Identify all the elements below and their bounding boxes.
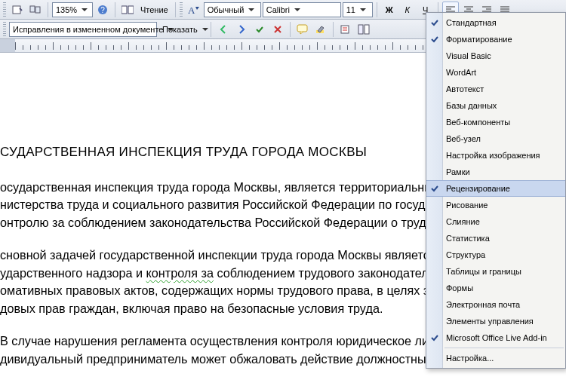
toolbar-grip-3[interactable] xyxy=(3,22,6,37)
menu-item[interactable]: Элементы управления xyxy=(426,313,565,329)
font-combo[interactable]: Calibri xyxy=(263,2,341,17)
track-changes-view-value: Исправления в измененном документе xyxy=(13,25,163,34)
menu-item-label: Рисование xyxy=(446,201,488,210)
reviewing-pane-button[interactable] xyxy=(355,21,372,38)
svg-rect-8 xyxy=(297,25,307,32)
menu-item-label: Статистика xyxy=(446,234,490,243)
menu-item-label: Веб-узел xyxy=(446,134,481,143)
new-comment-button[interactable] xyxy=(294,21,311,38)
tools-button[interactable] xyxy=(27,2,44,18)
menu-item[interactable]: Базы данных xyxy=(426,97,565,114)
show-label: Показать xyxy=(162,25,198,34)
svg-rect-1 xyxy=(30,6,35,12)
reject-change-button[interactable] xyxy=(269,21,286,38)
svg-rect-2 xyxy=(35,7,40,13)
menu-item[interactable]: Стандартная xyxy=(426,14,565,31)
menu-item[interactable]: Visual Basic xyxy=(426,47,565,64)
menu-item-customize[interactable]: Настройка... xyxy=(426,350,565,366)
menu-item[interactable]: Форматирование xyxy=(426,31,565,47)
menu-item[interactable]: Структура xyxy=(426,247,565,263)
menu-item[interactable]: Веб-узел xyxy=(426,130,565,147)
svg-text:?: ? xyxy=(100,6,105,14)
font-value: Calibri xyxy=(266,5,290,14)
menu-item[interactable]: Microsoft Office Live Add-in xyxy=(426,329,565,346)
menu-item-label: Электронная почта xyxy=(446,300,520,309)
toolbar-grip-2[interactable] xyxy=(180,2,183,17)
accept-change-button[interactable] xyxy=(251,21,268,38)
menu-item-label: Таблицы и границы xyxy=(446,267,521,276)
menu-item-label: WordArt xyxy=(446,68,476,77)
menu-item-label: Структура xyxy=(446,250,485,259)
menu-separator xyxy=(444,348,564,348)
svg-rect-0 xyxy=(13,6,20,14)
menu-item[interactable]: Рецензирование xyxy=(426,180,565,197)
toolbar-grip[interactable] xyxy=(3,2,6,17)
menu-item[interactable]: Настройка изображения xyxy=(426,147,565,164)
menu-item[interactable]: Автотекст xyxy=(426,81,565,97)
svg-rect-11 xyxy=(358,25,363,34)
menu-item-label: Настройка... xyxy=(446,354,494,363)
reading-mode-icon[interactable] xyxy=(119,2,136,18)
menu-item[interactable]: WordArt xyxy=(426,64,565,81)
font-size-combo[interactable]: 11 xyxy=(343,2,373,17)
menu-item-label: Настройка изображения xyxy=(446,151,540,160)
show-dropdown[interactable]: Показать xyxy=(158,22,207,37)
menu-item-label: Visual Basic xyxy=(446,51,491,60)
svg-text:A: A xyxy=(188,5,195,15)
menu-item-label: Microsoft Office Live Add-in xyxy=(446,333,547,342)
check-icon xyxy=(429,332,441,344)
font-size-value: 11 xyxy=(346,5,355,14)
reading-label[interactable]: Чтение xyxy=(137,5,171,14)
style-combo[interactable]: Обычный xyxy=(204,2,261,17)
menu-item[interactable]: Рамки xyxy=(426,164,565,180)
highlight-button[interactable] xyxy=(312,21,329,38)
svg-rect-10 xyxy=(341,26,349,33)
italic-button[interactable]: К xyxy=(399,2,416,18)
zoom-value: 135% xyxy=(56,5,77,14)
menu-item-label: Форматирование xyxy=(446,35,512,44)
menu-item-label: Базы данных xyxy=(446,101,497,110)
menu-item-label: Элементы управления xyxy=(446,317,534,326)
check-icon xyxy=(429,33,441,45)
svg-rect-12 xyxy=(365,25,369,34)
toolbars-context-menu: СтандартнаяФорматированиеVisual BasicWor… xyxy=(426,12,566,369)
menu-item[interactable]: Таблицы и границы xyxy=(426,263,565,280)
help-button[interactable]: ? xyxy=(94,2,111,18)
menu-item[interactable]: Электронная почта xyxy=(426,296,565,313)
menu-item[interactable]: Рисование xyxy=(426,197,565,213)
print-preview-button[interactable] xyxy=(9,2,26,18)
style-value: Обычный xyxy=(208,5,245,14)
menu-item-label: Стандартная xyxy=(446,18,497,27)
grammar-error: контроля за xyxy=(146,266,214,280)
menu-item[interactable]: Слияние xyxy=(426,213,565,230)
menu-item-label: Слияние xyxy=(446,217,480,226)
check-icon xyxy=(429,182,441,194)
menu-item-label: Веб-компоненты xyxy=(446,118,510,127)
menu-item[interactable]: Формы xyxy=(426,280,565,296)
menu-item-label: Рамки xyxy=(446,167,470,176)
svg-rect-6 xyxy=(128,6,134,14)
style-icon[interactable]: A xyxy=(186,2,202,18)
menu-item-label: Автотекст xyxy=(446,84,484,93)
track-changes-view-combo[interactable]: Исправления в измененном документе xyxy=(9,22,157,37)
check-icon xyxy=(429,17,441,29)
track-changes-toggle[interactable] xyxy=(337,21,354,38)
menu-item[interactable]: Веб-компоненты xyxy=(426,114,565,130)
menu-item-label: Формы xyxy=(446,283,473,292)
zoom-combo[interactable]: 135% xyxy=(52,2,93,17)
next-change-button[interactable] xyxy=(233,21,250,38)
bold-button[interactable]: Ж xyxy=(381,2,398,18)
prev-change-button[interactable] xyxy=(215,21,232,38)
svg-rect-5 xyxy=(122,6,127,14)
menu-item[interactable]: Статистика xyxy=(426,230,565,247)
menu-item-label: Рецензирование xyxy=(446,184,510,193)
